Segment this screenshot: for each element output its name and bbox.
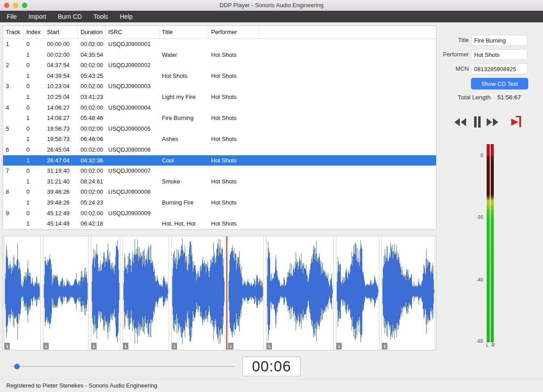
cell-title [159, 39, 208, 50]
pause-icon [473, 116, 481, 128]
cell-title [159, 124, 208, 134]
cell-filler [259, 50, 436, 60]
cell-title [159, 187, 208, 197]
cell-title [159, 60, 208, 71]
cell-index: 0 [24, 60, 44, 71]
cell-start: 10:25:04 [44, 92, 78, 102]
column-header-isrc[interactable]: ISRC [106, 26, 159, 38]
table-row[interactable]: 9045:12:4900:02:00USQDJ0900009 [3, 208, 436, 219]
inspector-panel: Title Performer MCN Show CD Text Total L… [441, 22, 543, 392]
title-field[interactable] [471, 35, 527, 46]
table-row[interactable]: 1000:00:0000:02:00USQDJ0900001 [3, 39, 436, 50]
cell-index: 0 [24, 208, 44, 219]
cell-title [159, 145, 208, 155]
cell-start: 14:08:27 [44, 113, 78, 124]
cell-isrc: USQDJ0900001 [106, 39, 159, 50]
cell-performer [208, 187, 259, 197]
cell-isrc: USQDJ0900006 [106, 145, 159, 155]
cell-index: 1 [24, 155, 44, 166]
menu-help[interactable]: Help [114, 11, 139, 22]
zoom-button[interactable] [22, 3, 27, 8]
minimize-button[interactable] [13, 3, 18, 8]
cell-title: Hot, Hot, Hot [159, 218, 208, 229]
waveform-panel [3, 236, 437, 350]
cell-duration: 00:02:00 [78, 166, 106, 176]
cell-performer: Hot Shots [208, 71, 259, 81]
mcn-field-label: MCN [441, 64, 469, 74]
table-row[interactable]: 3010:23:0400:02:00USQDJ0900003 [3, 81, 436, 92]
cell-duration: 04:35:54 [78, 50, 106, 60]
column-header-title[interactable]: Title [159, 26, 208, 38]
column-header-index[interactable]: Index [24, 26, 44, 38]
cell-filler [259, 60, 436, 71]
table-row[interactable]: 110:25:0403:41:23Light my FireHot Shots [3, 92, 436, 102]
table-row[interactable]: 5019:56:7300:02:00USQDJ0900005 [3, 124, 436, 134]
cell-performer: Hot Shots [208, 197, 259, 208]
cell-title: Cool [159, 155, 208, 166]
cell-duration: 00:02:00 [78, 60, 106, 71]
cell-title [159, 166, 208, 176]
fast-forward-icon [486, 118, 499, 127]
cell-title: Fire Burning [159, 113, 208, 124]
table-row[interactable]: 8039:46:2600:02:00USQDJ0900008 [3, 187, 436, 197]
slider-track[interactable] [11, 366, 235, 367]
cell-duration: 06:42:18 [78, 218, 106, 229]
cell-filler [259, 102, 436, 113]
cell-track: 6 [3, 145, 24, 155]
table-row[interactable]: 104:39:5405:43:25Hot ShotsHot Shots [3, 71, 436, 81]
menu-file[interactable]: File [1, 11, 23, 22]
table-row[interactable]: 100:02:0004:35:54WaterHot Shots [3, 50, 436, 60]
cell-duration: 04:32:36 [78, 155, 106, 166]
column-header-track[interactable]: Track [3, 26, 24, 38]
table-row[interactable]: 2004:37:5400:02:00USQDJ0900002 [3, 60, 436, 71]
registration-status: Registered to Pieter Stenekes - Sonoris … [6, 382, 157, 389]
table-row[interactable]: 7031:19:4000:02:00USQDJ0900007 [3, 166, 436, 176]
meter-scale-label: -60 [465, 338, 483, 344]
waveform-canvas[interactable] [3, 236, 436, 350]
fast-forward-button[interactable] [486, 118, 499, 127]
table-row[interactable]: 6026:45:0400:02:00USQDJ0900006 [3, 145, 436, 155]
cell-filler [259, 71, 436, 81]
close-button[interactable] [4, 3, 9, 8]
table-row[interactable]: 131:21:4008:24:61SmokeHot Shots [3, 176, 436, 187]
cell-filler [259, 39, 436, 50]
slider-thumb[interactable] [14, 364, 20, 369]
menu-burn-cd[interactable]: Burn CD [52, 11, 88, 22]
cell-performer: Hot Shots [208, 134, 259, 145]
table-header: TrackIndexStartDurationISRCTitlePerforme… [3, 26, 436, 39]
cell-title: Ashes [159, 134, 208, 145]
menu-import[interactable]: Import [23, 11, 52, 22]
play-to-marker-button[interactable] [510, 114, 523, 128]
meter-scale-label: -40 [465, 277, 483, 282]
cell-performer: Hot Shots [208, 50, 259, 60]
column-header-performer[interactable]: Performer [208, 26, 259, 38]
cell-start: 19:58:73 [44, 134, 78, 145]
cell-isrc [106, 176, 159, 187]
cell-index: 1 [24, 197, 44, 208]
table-row[interactable]: 145:14:4906:42:18Hot, Hot, HotHot Shots [3, 218, 436, 229]
traffic-lights [4, 3, 27, 8]
menu-tools[interactable]: Tools [88, 11, 114, 22]
table-row[interactable]: 114:08:2705:48:46Fire BurningHot Shots [3, 113, 436, 124]
cell-index: 0 [24, 145, 44, 155]
pause-button[interactable] [473, 116, 481, 128]
column-header-start[interactable]: Start [44, 26, 78, 38]
cell-index: 0 [24, 39, 44, 50]
show-cd-text-button[interactable]: Show CD Text [471, 78, 528, 89]
rewind-button[interactable] [454, 118, 467, 127]
table-row[interactable]: 119:58:7306:46:06AshesHot Shots [3, 134, 436, 145]
column-header-duration[interactable]: Duration [78, 26, 106, 38]
zoom-slider[interactable] [11, 363, 235, 370]
performer-field[interactable] [471, 49, 527, 60]
cell-track: 1 [3, 39, 24, 50]
mcn-field[interactable] [471, 64, 527, 74]
cell-isrc [106, 218, 159, 229]
cell-filler [259, 176, 436, 187]
cell-index: 1 [24, 113, 44, 124]
table-row[interactable]: 4014:06:2700:02:00USQDJ0900004 [3, 102, 436, 113]
cell-track [3, 71, 24, 81]
table-row[interactable]: 126:47:0404:32:36CoolHot Shots [3, 155, 436, 166]
table-row[interactable]: 139:48:2605:24:23Burning FireHot Shots [3, 197, 436, 208]
meter-scale-label: -20 [465, 214, 483, 220]
cell-start: 45:12:49 [44, 208, 78, 219]
